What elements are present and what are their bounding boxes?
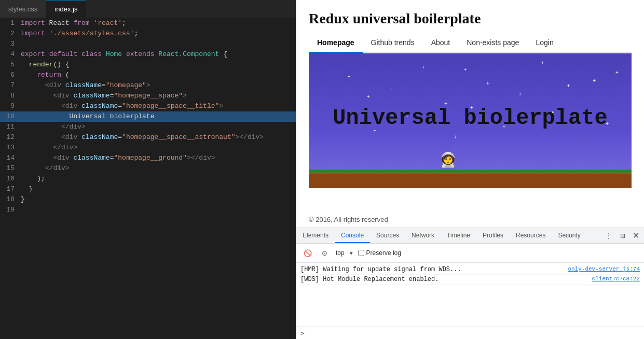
console-source-link[interactable]: only-dev-server.js:74 [568,266,640,272]
star-3: + [541,60,544,66]
code-line: 7 <div className="homepage"> [0,80,296,91]
page-title: Redux universal boilerplate [309,10,632,27]
line-content: export default class Home extends React.… [21,49,227,60]
console-context-arrow[interactable]: ▼ [349,250,354,256]
line-content: ); [21,174,45,184]
code-area[interactable]: 1import React from 'react';2import './as… [0,18,296,339]
line-content: <div className="homepage__space__astrona… [21,132,264,143]
nav-tab-about[interactable]: About [423,33,459,53]
line-number: 13 [0,143,21,153]
console-filter-icon[interactable]: ⊙ [317,246,332,260]
code-line: 9 <div className="homepage__space__title… [0,101,296,111]
line-number: 11 [0,122,21,132]
devtools-tab-profiles[interactable]: Profiles [476,228,510,243]
line-content: <div className="homepage__space"> [21,91,187,101]
line-content: </div> [21,143,77,153]
editor-tab-indexjs[interactable]: index.js [46,0,86,18]
devtools-tab-sources[interactable]: Sources [370,228,405,243]
code-line: 8 <div className="homepage__space"> [0,91,296,101]
devtools-tabs: ElementsConsoleSourcesNetworkTimelinePro… [296,228,644,244]
nav-tab-login[interactable]: Login [527,33,561,53]
line-number: 10 [0,111,21,122]
devtools-tab-resources[interactable]: Resources [510,228,552,243]
code-line: 17 } [0,184,296,194]
line-content: <div className="homepage__space__title"> [21,101,223,111]
preserve-log-area: Preserve log [358,249,401,257]
code-line: 19 [0,205,296,215]
nav-tab-non-exists-page[interactable]: Non-exists page [458,33,527,53]
star-16: + [454,134,457,140]
devtools-close-button[interactable]: ✕ [629,230,642,242]
footer-text: © 2016, All rights reserved [296,211,644,228]
nav-tab-github-trends[interactable]: Github trends [363,33,423,53]
line-number: 4 [0,49,21,60]
devtools-tab-console[interactable]: Console [335,228,370,243]
star-4: + [593,78,596,83]
line-number: 3 [0,39,21,49]
editor-tabs: styles.cssindex.js [0,0,296,18]
preserve-log-checkbox[interactable] [358,250,364,256]
devtools-more-button[interactable]: ⋮ [601,232,616,239]
code-line: 15 </div> [0,163,296,174]
code-line: 18} [0,194,296,205]
line-number: 8 [0,91,21,101]
devtools-tab-network[interactable]: Network [405,228,441,243]
code-line: 16 ); [0,174,296,184]
editor-tab-stylescss[interactable]: styles.css [0,0,46,18]
devtools-panel: ElementsConsoleSourcesNetworkTimelinePro… [296,228,644,339]
line-content: <div className="homepage__ground"></div> [21,153,215,163]
devtools-tab-elements[interactable]: Elements [296,228,335,243]
page-area: Redux universal boilerplate HomepageGith… [296,0,644,211]
browser-panel: Redux universal boilerplate HomepageGith… [296,0,644,339]
console-message: [HMR] Waiting for update signal from WDS… [300,266,461,273]
devtools-tab-security[interactable]: Security [552,228,586,243]
line-content: import React from 'react'; [21,18,126,29]
line-number: 17 [0,184,21,194]
code-line: 5 render() { [0,60,296,70]
code-line: 11 </div> [0,122,296,132]
browser-content: Redux universal boilerplate HomepageGith… [296,0,644,228]
devtools-console-bar: 🚫 ⊙ top ▼ Preserve log [296,244,644,263]
line-number: 2 [0,29,21,39]
code-line: 4export default class Home extends React… [0,49,296,60]
line-number: 5 [0,60,21,70]
code-line: 1import React from 'react'; [0,18,296,29]
console-input[interactable] [308,330,640,337]
star-9: + [567,83,570,89]
console-no-entry-icon[interactable]: 🚫 [300,246,315,260]
line-number: 7 [0,80,21,91]
console-line: [WDS] Hot Module Replacement enabled.cli… [300,275,640,285]
console-context-select[interactable]: top [334,249,347,257]
line-number: 18 [0,194,21,205]
line-number: 12 [0,132,21,143]
line-content: </div> [21,122,86,132]
line-number: 6 [0,70,21,80]
line-number: 15 [0,163,21,174]
line-content: render() { [21,60,70,70]
console-output: [HMR] Waiting for update signal from WDS… [296,263,644,327]
nav-tab-homepage[interactable]: Homepage [309,33,363,53]
code-line: 13 </div> [0,143,296,153]
star-1: + [422,64,425,70]
console-message: [WDS] Hot Module Replacement enabled. [300,276,439,283]
ground-strip [309,173,632,188]
line-number: 19 [0,205,21,215]
code-line: 6 return ( [0,70,296,80]
line-number: 9 [0,101,21,111]
devtools-tab-timeline[interactable]: Timeline [441,228,476,243]
devtools-dock-button[interactable]: ⊟ [616,232,629,239]
code-line: 2import './assets/styles.css'; [0,29,296,39]
editor-panel: styles.cssindex.js 1import React from 'r… [0,0,296,339]
console-source-link[interactable]: client7c7c8:22 [592,276,640,282]
console-input-line: > [296,327,644,339]
code-line: 14 <div className="homepage__ground"></d… [0,153,296,163]
game-canvas: ++++++++++++++++++++ Universal biolerpla… [309,53,632,188]
console-line: [HMR] Waiting for update signal from WDS… [300,265,640,275]
line-content: } [21,184,33,194]
code-line: 10 Universal biolerplate [0,111,296,122]
line-content: } [21,194,25,205]
code-line: 12 <div className="homepage__space__astr… [0,132,296,143]
star-19: + [390,87,393,93]
line-content: import './assets/styles.css'; [21,29,138,39]
line-number: 14 [0,153,21,163]
